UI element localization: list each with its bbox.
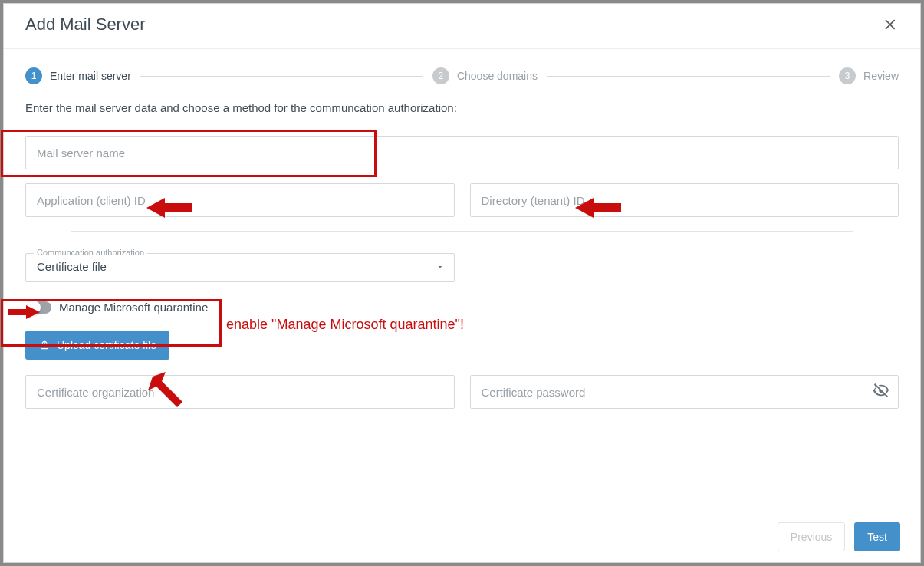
upload-button-label: Upload certificate file	[57, 339, 156, 351]
step-1-number: 1	[25, 67, 42, 84]
select-value: Certificate file	[37, 260, 107, 273]
step-2-label: Choose domains	[457, 70, 538, 82]
certificate-password-input[interactable]	[470, 375, 899, 409]
step-1-label: Enter mail server	[50, 70, 131, 82]
test-button-label: Test	[867, 531, 887, 543]
titlebar: Add Mail Server	[4, 4, 920, 49]
step-1: 1 Enter mail server	[25, 67, 131, 84]
dialog-content: 1 Enter mail server 2 Choose domains 3 R…	[4, 49, 920, 409]
section-divider	[71, 231, 853, 232]
mail-server-name-input[interactable]	[25, 136, 899, 169]
step-2: 2 Choose domains	[432, 67, 538, 84]
stepper-line-1	[140, 76, 423, 77]
certificate-organization-input[interactable]	[25, 375, 455, 409]
eye-off-icon	[873, 382, 889, 399]
manage-quarantine-toggle[interactable]	[28, 301, 51, 314]
close-button[interactable]	[883, 17, 899, 32]
step-3-label: Review	[863, 70, 899, 82]
previous-button-label: Previous	[791, 531, 832, 543]
stepper-line-2	[547, 76, 830, 77]
upload-certificate-button[interactable]: Upload certificate file	[25, 331, 169, 360]
toggle-knob	[27, 301, 41, 314]
communication-authorization-select[interactable]: Communcation authorization Certificate f…	[25, 253, 455, 282]
dialog-window: Add Mail Server 1 Enter mail server 2 Ch…	[3, 3, 921, 563]
step-2-number: 2	[432, 67, 449, 84]
manage-quarantine-label: Manage Microsoft quarantine	[59, 301, 208, 314]
select-legend: Communcation authorization	[34, 248, 147, 257]
test-button[interactable]: Test	[854, 522, 900, 551]
step-3-number: 3	[839, 67, 856, 84]
stepper: 1 Enter mail server 2 Choose domains 3 R…	[25, 67, 899, 84]
step-3: 3 Review	[839, 67, 899, 84]
close-icon	[883, 17, 899, 32]
toggle-password-visibility[interactable]	[873, 382, 889, 402]
chevron-down-icon	[436, 261, 445, 275]
directory-tenant-id-input[interactable]	[470, 183, 899, 217]
previous-button[interactable]: Previous	[778, 522, 845, 551]
dialog-footer: Previous Test	[778, 522, 900, 551]
dialog-title: Add Mail Server	[25, 15, 146, 35]
application-client-id-input[interactable]	[25, 183, 455, 217]
intro-text: Enter the mail server data and choose a …	[25, 101, 899, 114]
upload-icon	[38, 339, 51, 351]
